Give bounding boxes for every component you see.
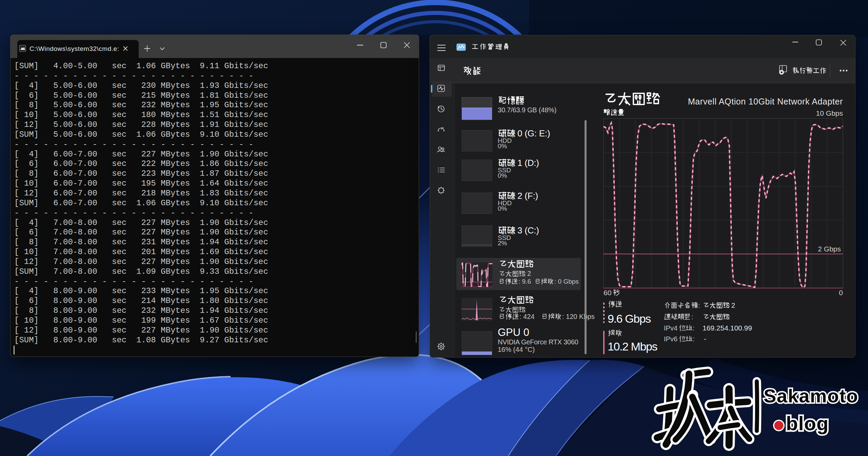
- svg-text::: :: [693, 335, 695, 343]
- svg-text:: 120 Kbps: : 120 Kbps: [562, 313, 595, 320]
- svg-text::: :: [693, 324, 695, 332]
- svg-text:0%: 0%: [498, 205, 507, 212]
- svg-text:169.254.100.99: 169.254.100.99: [703, 324, 752, 332]
- svg-text:0 (G: E:): 0 (G: E:): [517, 128, 550, 138]
- svg-text:9.6 Gbps: 9.6 Gbps: [608, 312, 651, 325]
- svg-text:1 (D:): 1 (D:): [517, 158, 539, 168]
- svg-text:0: 0: [839, 289, 843, 297]
- svg-text:: 0 Gbps: : 0 Gbps: [554, 278, 579, 285]
- svg-text:0%: 0%: [498, 142, 507, 150]
- svg-text:GPU 0: GPU 0: [498, 326, 529, 338]
- svg-text:60: 60: [604, 289, 611, 297]
- svg-text:IPv6: IPv6: [664, 335, 677, 343]
- svg-text:30.7/63.9 GB (48%): 30.7/63.9 GB (48%): [498, 106, 556, 114]
- svg-text:0%: 0%: [498, 172, 507, 179]
- svg-text:: 9.6: : 9.6: [518, 278, 531, 285]
- svg-text:Marvell AQtion 10Gbit Network: Marvell AQtion 10Gbit Network Adapter: [688, 97, 843, 106]
- svg-text:16% (44 °C): 16% (44 °C): [498, 346, 535, 353]
- svg-text:2 Gbps: 2 Gbps: [818, 245, 841, 253]
- svg-text:2: 2: [731, 302, 735, 309]
- svg-text:IPv4: IPv4: [664, 324, 677, 332]
- svg-text:2 (F:): 2 (F:): [517, 191, 538, 201]
- svg-text:2%: 2%: [498, 240, 507, 247]
- svg-text:3 (C:): 3 (C:): [517, 225, 539, 235]
- svg-text:blog: blog: [786, 412, 829, 434]
- svg-text:C:\Windows\system32\cmd.e:: C:\Windows\system32\cmd.e:: [29, 45, 119, 52]
- svg-text:: 424: : 424: [519, 313, 534, 320]
- svg-text:NVIDIA GeForce RTX 3060: NVIDIA GeForce RTX 3060: [498, 338, 578, 346]
- svg-text::: :: [698, 302, 700, 309]
- svg-text::: :: [691, 313, 693, 321]
- svg-text:10.2 Mbps: 10.2 Mbps: [608, 340, 657, 353]
- svg-text:Sakamoto: Sakamoto: [764, 385, 859, 406]
- svg-text:2: 2: [527, 270, 531, 277]
- svg-text:10 Gbps: 10 Gbps: [816, 109, 843, 117]
- svg-text:-: -: [704, 335, 706, 343]
